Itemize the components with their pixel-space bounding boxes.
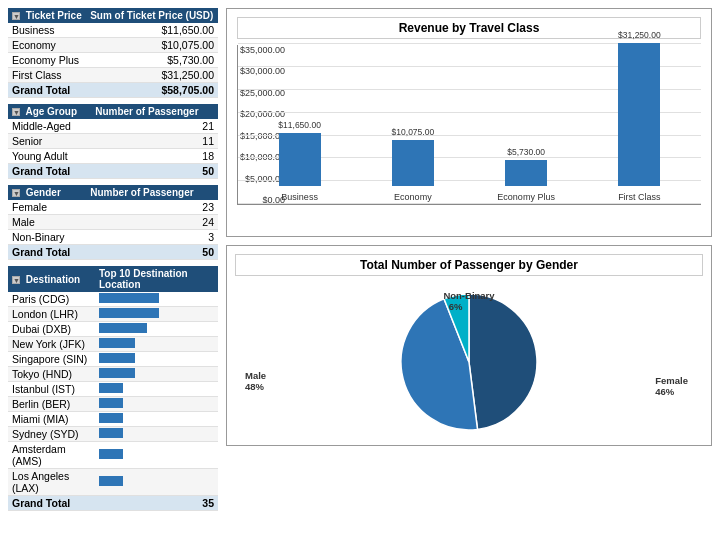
bar-label: Business <box>281 192 318 202</box>
table-row: Dubai (DXB) <box>8 322 218 337</box>
age-group-name: Middle-Aged <box>8 119 91 134</box>
bar-chart-container: Revenue by Travel Class $0.00$5,000.00$1… <box>226 8 712 237</box>
bar-rect <box>505 160 547 186</box>
dest-bar <box>99 476 123 486</box>
age-group-header: ▼ Age Group <box>8 104 91 119</box>
gender-value: 23 <box>86 200 218 215</box>
bar-value: $10,075.00 <box>392 127 435 137</box>
col-header-gender: Gender <box>26 187 61 198</box>
col-header-age: Age Group <box>25 106 77 117</box>
dest-bar-cell <box>95 397 218 412</box>
bar-rect <box>279 133 321 186</box>
grand-total-label: Grand Total <box>8 83 86 98</box>
gender-header: ▼ Gender <box>8 185 86 200</box>
table-row: Young Adult18 <box>8 149 218 164</box>
table-row: Los Angeles (LAX) <box>8 469 218 496</box>
age-group-value: 21 <box>91 119 218 134</box>
dest-name: New York (JFK) <box>8 337 95 352</box>
table-row: Amsterdam (AMS) <box>8 442 218 469</box>
filter-icon-dest[interactable]: ▼ <box>12 276 20 284</box>
dest-bar <box>99 428 123 438</box>
gender-table: ▼ Gender Number of Passenger Female23Mal… <box>8 185 218 260</box>
table-row: Singapore (SIN) <box>8 352 218 367</box>
dest-bar <box>99 338 135 348</box>
bar-label: Economy <box>394 192 432 202</box>
filter-icon-gender[interactable]: ▼ <box>12 189 20 197</box>
grand-total-value: $58,705.00 <box>86 83 218 98</box>
destination-header: ▼ Destination <box>8 266 95 292</box>
ticket-value: $5,730.00 <box>86 53 218 68</box>
dest-name: Dubai (DXB) <box>8 322 95 337</box>
table-row: Non-Binary3 <box>8 230 218 245</box>
table-row: London (LHR) <box>8 307 218 322</box>
grand-total-row: Grand Total50 <box>8 245 218 260</box>
dest-name: Tokyo (HND) <box>8 367 95 382</box>
right-panel: Revenue by Travel Class $0.00$5,000.00$1… <box>226 8 712 532</box>
table-row: Istanbul (IST) <box>8 382 218 397</box>
table-row: Tokyo (HND) <box>8 367 218 382</box>
ticket-price-sum-header: Sum of Ticket Price (USD) <box>86 8 218 23</box>
ticket-name: Business <box>8 23 86 38</box>
col-header-ticket: Ticket Price <box>26 10 82 21</box>
table-row: Female23 <box>8 200 218 215</box>
dest-name: Paris (CDG) <box>8 292 95 307</box>
bar-group: $11,650.00 Business <box>243 120 356 204</box>
grand-total-label: Grand Total <box>8 164 91 179</box>
table-row: Paris (CDG) <box>8 292 218 307</box>
table-row: Economy Plus$5,730.00 <box>8 53 218 68</box>
dest-bar <box>99 383 123 393</box>
gender-name: Non-Binary <box>8 230 86 245</box>
gender-name: Female <box>8 200 86 215</box>
table-row: Business$11,650.00 <box>8 23 218 38</box>
filter-icon[interactable]: ▼ <box>12 12 20 20</box>
dest-bar <box>99 413 123 423</box>
male-label: Male48% <box>245 370 266 392</box>
dest-name: Istanbul (IST) <box>8 382 95 397</box>
dest-bar-cell <box>95 292 218 307</box>
gender-passenger-header: Number of Passenger <box>86 185 218 200</box>
col-header-dest: Destination <box>26 274 80 285</box>
gender-value: 3 <box>86 230 218 245</box>
age-group-name: Young Adult <box>8 149 91 164</box>
table-row: New York (JFK) <box>8 337 218 352</box>
dest-bar-cell <box>95 352 218 367</box>
ticket-value: $11,650.00 <box>86 23 218 38</box>
main-container: ▼ Ticket Price Sum of Ticket Price (USD)… <box>0 0 720 540</box>
table-row: Middle-Aged21 <box>8 119 218 134</box>
ticket-name: Economy Plus <box>8 53 86 68</box>
pie-chart-container: Total Number of Passenger by Gender Male… <box>226 245 712 446</box>
dest-bar-cell <box>95 322 218 337</box>
dest-bar-cell <box>95 307 218 322</box>
ticket-name: First Class <box>8 68 86 83</box>
grand-total-label: Grand Total <box>8 496 95 511</box>
dest-name: Singapore (SIN) <box>8 352 95 367</box>
ticket-price-table: ▼ Ticket Price Sum of Ticket Price (USD)… <box>8 8 218 98</box>
bar-group: $31,250.00 First Class <box>583 30 696 204</box>
table-row: Miami (MIA) <box>8 412 218 427</box>
bar-label: Economy Plus <box>497 192 555 202</box>
dest-bar <box>99 323 147 333</box>
dest-bar <box>99 308 159 318</box>
dest-bar-cell <box>95 442 218 469</box>
female-label: Female46% <box>655 375 688 397</box>
dest-bar-cell <box>95 367 218 382</box>
ticket-value: $31,250.00 <box>86 68 218 83</box>
grand-total-row: Grand Total35 <box>8 496 218 511</box>
grand-total-value: 50 <box>91 164 218 179</box>
ticket-price-header: ▼ Ticket Price <box>8 8 86 23</box>
ticket-value: $10,075.00 <box>86 38 218 53</box>
table-row: First Class$31,250.00 <box>8 68 218 83</box>
dest-name: Berlin (BER) <box>8 397 95 412</box>
filter-icon-age[interactable]: ▼ <box>12 108 20 116</box>
pie-chart-title: Total Number of Passenger by Gender <box>235 254 703 276</box>
dest-bar-cell <box>95 412 218 427</box>
bar-value: $31,250.00 <box>618 30 661 40</box>
dest-name: London (LHR) <box>8 307 95 322</box>
bar-label: First Class <box>618 192 661 202</box>
destination-table: ▼ Destination Top 10 Destination Locatio… <box>8 266 218 511</box>
table-row: Sydney (SYD) <box>8 427 218 442</box>
destination-top10-header: Top 10 Destination Location <box>95 266 218 292</box>
table-row: Senior11 <box>8 134 218 149</box>
dest-name: Los Angeles (LAX) <box>8 469 95 496</box>
left-panel: ▼ Ticket Price Sum of Ticket Price (USD)… <box>8 8 218 532</box>
